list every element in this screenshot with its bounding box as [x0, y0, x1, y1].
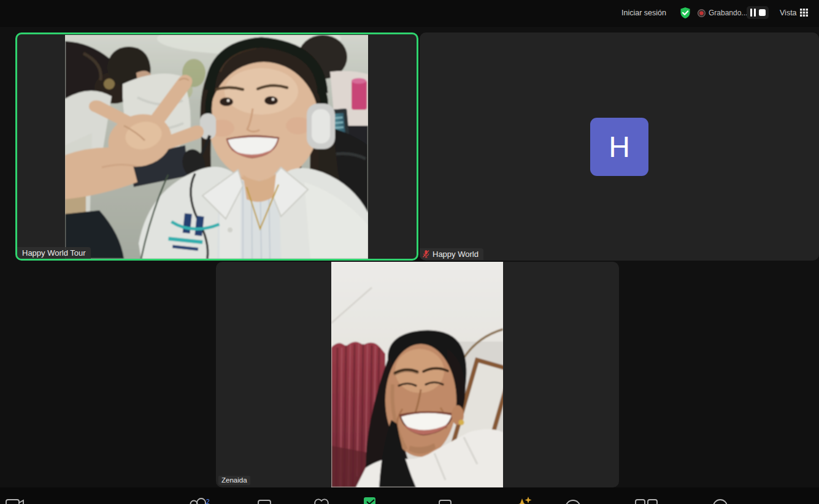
svg-text:2: 2	[206, 498, 210, 504]
